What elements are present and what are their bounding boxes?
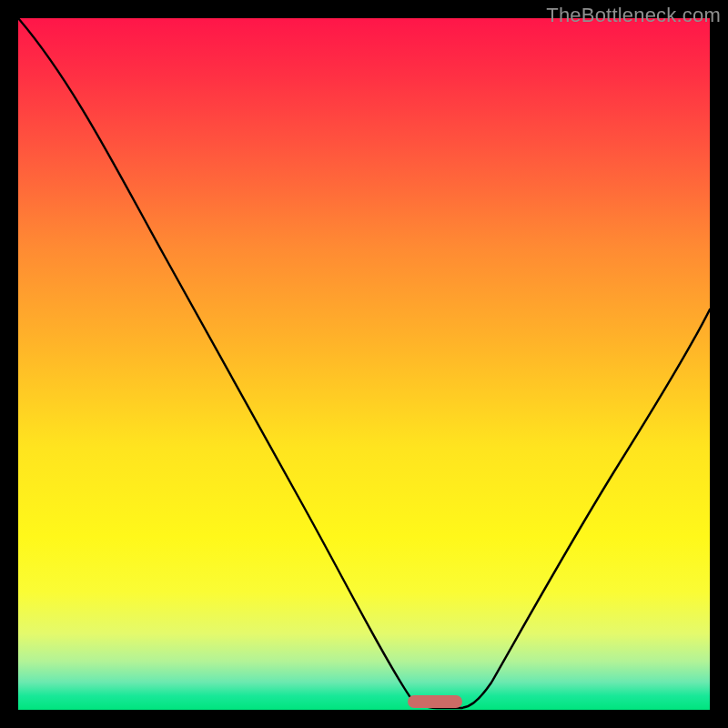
optimal-marker: [408, 695, 462, 708]
curve-path: [18, 18, 710, 708]
chart-plot-area: [18, 18, 710, 710]
chart-frame: TheBottleneck.com: [0, 0, 728, 728]
bottleneck-curve: [18, 18, 710, 710]
watermark-text: TheBottleneck.com: [546, 4, 721, 27]
